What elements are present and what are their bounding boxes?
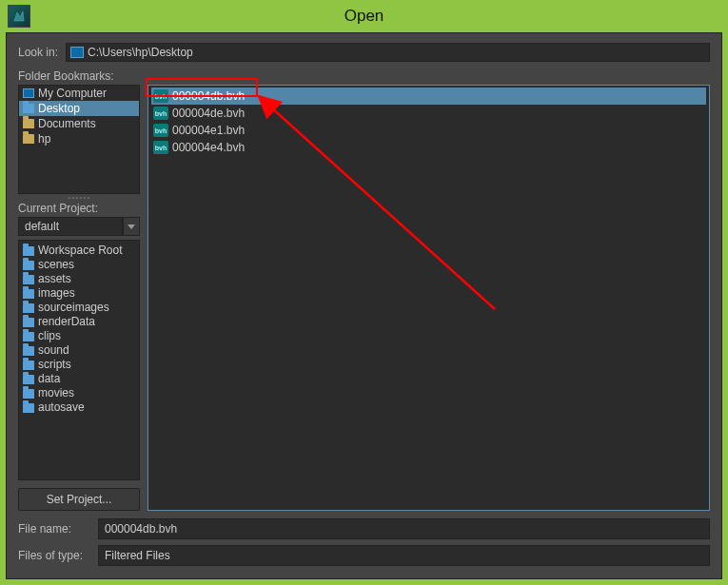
workspace-item-label: Workspace Root: [38, 244, 122, 258]
workspace-item[interactable]: images: [23, 286, 135, 301]
bvh-file-icon: bvh: [153, 89, 168, 103]
bookmark-item[interactable]: hp: [19, 131, 139, 146]
open-dialog: Look in: C:\Users\hp\Desktop Folder Book…: [6, 32, 722, 579]
splitter-handle[interactable]: [18, 194, 140, 202]
computer-icon: [23, 88, 34, 98]
workspace-item[interactable]: sound: [23, 343, 135, 358]
bookmark-item-label: My Computer: [38, 87, 107, 100]
workspace-item-label: assets: [38, 272, 71, 286]
app-logo-icon: [8, 5, 30, 28]
folder-icon: [23, 119, 34, 128]
file-item[interactable]: bvh000004db.bvh: [151, 88, 706, 105]
bookmark-item[interactable]: Desktop: [19, 101, 139, 116]
file-item-name: 000004e1.bvh: [172, 124, 245, 137]
project-select-value: default: [25, 220, 59, 233]
folder-icon: [23, 289, 34, 299]
look-in-path-field[interactable]: C:\Users\hp\Desktop: [66, 43, 710, 62]
bookmark-item[interactable]: Documents: [19, 116, 139, 131]
workspace-item[interactable]: clips: [23, 329, 135, 343]
folder-icon: [23, 389, 34, 399]
workspace-item-label: data: [38, 372, 60, 386]
workspace-item[interactable]: data: [23, 372, 135, 386]
title-bar: Open: [0, 0, 728, 32]
window-title: Open: [344, 7, 384, 26]
folder-icon: [23, 303, 34, 313]
workspace-item[interactable]: assets: [23, 272, 135, 286]
workspace-item[interactable]: Workspace Root: [23, 244, 135, 258]
workspace-item[interactable]: scenes: [23, 258, 135, 272]
file-name-input[interactable]: [98, 518, 710, 539]
workspace-item-label: renderData: [38, 315, 95, 329]
bookmarks-label: Folder Bookmarks:: [18, 69, 140, 83]
workspace-item[interactable]: autosave: [23, 400, 135, 415]
workspace-item-label: scenes: [38, 258, 74, 272]
folder-icon: [23, 261, 34, 270]
bvh-file-icon: bvh: [153, 141, 168, 154]
file-item-name: 000004de.bvh: [172, 107, 245, 120]
file-item[interactable]: bvh000004e1.bvh: [151, 122, 706, 139]
look-in-row: Look in: C:\Users\hp\Desktop: [7, 33, 721, 69]
workspace-item-label: images: [38, 286, 75, 301]
workspace-item-label: autosave: [38, 400, 85, 415]
workspace-item-label: sourceimages: [38, 301, 109, 315]
project-dropdown-arrow[interactable]: [123, 217, 140, 236]
folder-icon: [23, 318, 34, 327]
bookmarks-panel[interactable]: My ComputerDesktopDocumentshp: [18, 85, 140, 194]
workspace-item-label: clips: [38, 329, 61, 343]
bookmark-item[interactable]: My Computer: [19, 86, 139, 101]
file-type-row: Files of type:: [18, 545, 710, 566]
workspace-item-label: movies: [38, 386, 74, 400]
workspace-item-label: scripts: [38, 358, 71, 372]
folder-icon: [23, 246, 34, 256]
look-in-label: Look in:: [18, 46, 58, 59]
file-name-row: File name:: [18, 518, 710, 539]
file-item-name: 000004e4.bvh: [172, 141, 245, 154]
current-project-label: Current Project:: [18, 202, 140, 215]
set-project-button[interactable]: Set Project...: [18, 488, 140, 511]
bookmark-item-label: Documents: [38, 117, 96, 130]
workspace-item-label: sound: [38, 343, 69, 358]
workspace-tree[interactable]: Workspace Rootscenesassetsimagessourceim…: [18, 240, 140, 480]
file-item-name: 000004db.bvh: [172, 89, 245, 103]
folder-icon: [23, 332, 34, 341]
look-in-path-text: C:\Users\hp\Desktop: [88, 46, 193, 59]
set-project-label: Set Project...: [47, 493, 112, 506]
file-type-input[interactable]: [98, 545, 710, 566]
folder-icon: [23, 104, 34, 113]
workspace-item[interactable]: scripts: [23, 358, 135, 372]
file-type-label: Files of type:: [18, 549, 89, 562]
bvh-file-icon: bvh: [153, 124, 168, 137]
bookmark-item-label: hp: [38, 132, 50, 146]
folder-icon: [23, 375, 34, 384]
file-list-pane[interactable]: bvh000004db.bvhbvh000004de.bvhbvh000004e…: [148, 85, 710, 511]
folder-icon: [23, 134, 34, 144]
workspace-item[interactable]: movies: [23, 386, 135, 400]
folder-icon: [23, 275, 34, 284]
bvh-file-icon: bvh: [153, 107, 168, 120]
folder-icon: [23, 361, 34, 370]
folder-icon: [23, 346, 34, 356]
folder-icon: [23, 403, 34, 413]
workspace-item[interactable]: sourceimages: [23, 301, 135, 315]
file-name-label: File name:: [18, 522, 89, 536]
file-item[interactable]: bvh000004de.bvh: [151, 105, 706, 122]
workspace-item[interactable]: renderData: [23, 315, 135, 329]
monitor-icon: [70, 47, 84, 58]
project-select[interactable]: default: [18, 217, 123, 236]
bookmark-item-label: Desktop: [38, 102, 80, 115]
left-column: Folder Bookmarks: My ComputerDesktopDocu…: [18, 69, 140, 511]
file-item[interactable]: bvh000004e4.bvh: [151, 139, 706, 156]
